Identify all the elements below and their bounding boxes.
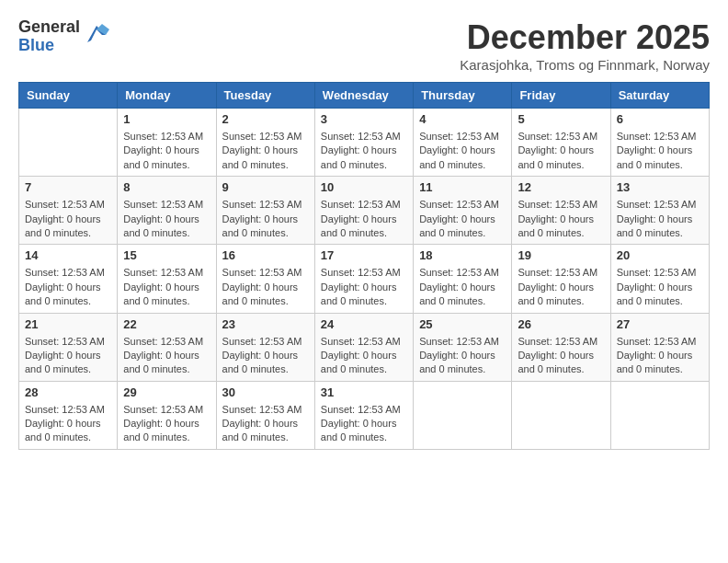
day-info: Sunset: 12:53 AMDaylight: 0 hours and 0 … <box>419 266 506 308</box>
day-info: Sunset: 12:53 AMDaylight: 0 hours and 0 … <box>25 198 111 240</box>
day-number: 21 <box>25 317 111 331</box>
header-day-saturday: Saturday <box>610 83 709 109</box>
calendar-cell: 31Sunset: 12:53 AMDaylight: 0 hours and … <box>314 381 413 449</box>
header-day-tuesday: Tuesday <box>216 83 314 109</box>
day-number: 31 <box>321 385 407 399</box>
day-number: 13 <box>617 180 703 194</box>
calendar-cell: 28Sunset: 12:53 AMDaylight: 0 hours and … <box>19 381 118 449</box>
day-number: 26 <box>518 317 604 331</box>
day-info: Sunset: 12:53 AMDaylight: 0 hours and 0 … <box>419 198 506 240</box>
day-number: 18 <box>419 248 506 262</box>
day-info: Sunset: 12:53 AMDaylight: 0 hours and 0 … <box>25 335 111 377</box>
calendar-week-2: 14Sunset: 12:53 AMDaylight: 0 hours and … <box>19 245 710 313</box>
calendar-cell: 4Sunset: 12:53 AMDaylight: 0 hours and 0… <box>414 109 512 177</box>
day-info: Sunset: 12:53 AMDaylight: 0 hours and 0 … <box>321 335 407 377</box>
day-info: Sunset: 12:53 AMDaylight: 0 hours and 0 … <box>321 130 407 172</box>
calendar-cell: 17Sunset: 12:53 AMDaylight: 0 hours and … <box>314 245 413 313</box>
day-info: Sunset: 12:53 AMDaylight: 0 hours and 0 … <box>123 335 210 377</box>
calendar-cell: 26Sunset: 12:53 AMDaylight: 0 hours and … <box>512 313 610 381</box>
day-number: 6 <box>617 112 703 126</box>
calendar-week-1: 7Sunset: 12:53 AMDaylight: 0 hours and 0… <box>19 177 710 245</box>
calendar-cell: 30Sunset: 12:53 AMDaylight: 0 hours and … <box>216 381 314 449</box>
calendar-cell: 16Sunset: 12:53 AMDaylight: 0 hours and … <box>216 245 314 313</box>
day-number: 22 <box>123 317 210 331</box>
day-number: 12 <box>518 180 604 194</box>
calendar-cell <box>512 381 610 449</box>
day-number: 23 <box>222 317 309 331</box>
subtitle: Karasjohka, Troms og Finnmark, Norway <box>460 57 710 73</box>
day-number: 30 <box>222 385 309 399</box>
day-number: 8 <box>123 180 210 194</box>
logo: General Blue <box>18 18 109 55</box>
calendar-cell: 8Sunset: 12:53 AMDaylight: 0 hours and 0… <box>118 177 216 245</box>
calendar-table: SundayMondayTuesdayWednesdayThursdayFrid… <box>18 82 710 450</box>
day-number: 14 <box>25 248 111 262</box>
logo-blue-text: Blue <box>18 37 80 55</box>
day-info: Sunset: 12:53 AMDaylight: 0 hours and 0 … <box>222 335 309 377</box>
title-area: December 2025 Karasjohka, Troms og Finnm… <box>460 18 710 73</box>
day-info: Sunset: 12:53 AMDaylight: 0 hours and 0 … <box>617 266 703 308</box>
header: General Blue December 2025 Karasjohka, T… <box>18 18 710 73</box>
day-info: Sunset: 12:53 AMDaylight: 0 hours and 0 … <box>321 266 407 308</box>
header-day-sunday: Sunday <box>19 83 118 109</box>
header-day-friday: Friday <box>512 83 610 109</box>
header-day-wednesday: Wednesday <box>314 83 413 109</box>
day-info: Sunset: 12:53 AMDaylight: 0 hours and 0 … <box>617 198 703 240</box>
day-number: 7 <box>25 180 111 194</box>
day-info: Sunset: 12:53 AMDaylight: 0 hours and 0 … <box>123 266 210 308</box>
day-info: Sunset: 12:53 AMDaylight: 0 hours and 0 … <box>321 403 407 445</box>
calendar-cell: 19Sunset: 12:53 AMDaylight: 0 hours and … <box>512 245 610 313</box>
calendar-cell: 27Sunset: 12:53 AMDaylight: 0 hours and … <box>610 313 709 381</box>
day-number: 1 <box>123 112 210 126</box>
day-info: Sunset: 12:53 AMDaylight: 0 hours and 0 … <box>617 335 703 377</box>
day-info: Sunset: 12:53 AMDaylight: 0 hours and 0 … <box>123 403 210 445</box>
calendar-cell: 7Sunset: 12:53 AMDaylight: 0 hours and 0… <box>19 177 118 245</box>
day-info: Sunset: 12:53 AMDaylight: 0 hours and 0 … <box>222 266 309 308</box>
calendar-cell: 14Sunset: 12:53 AMDaylight: 0 hours and … <box>19 245 118 313</box>
day-info: Sunset: 12:53 AMDaylight: 0 hours and 0 … <box>518 130 604 172</box>
calendar-cell: 25Sunset: 12:53 AMDaylight: 0 hours and … <box>414 313 512 381</box>
calendar-week-3: 21Sunset: 12:53 AMDaylight: 0 hours and … <box>19 313 710 381</box>
day-number: 24 <box>321 317 407 331</box>
day-number: 15 <box>123 248 210 262</box>
day-number: 11 <box>419 180 506 194</box>
calendar-header: SundayMondayTuesdayWednesdayThursdayFrid… <box>19 83 710 109</box>
calendar-cell: 1Sunset: 12:53 AMDaylight: 0 hours and 0… <box>118 109 216 177</box>
day-number: 20 <box>617 248 703 262</box>
day-number: 9 <box>222 180 309 194</box>
calendar-cell <box>414 381 512 449</box>
header-day-monday: Monday <box>118 83 216 109</box>
day-info: Sunset: 12:53 AMDaylight: 0 hours and 0 … <box>222 130 309 172</box>
day-number: 29 <box>123 385 210 399</box>
header-row: SundayMondayTuesdayWednesdayThursdayFrid… <box>19 83 710 109</box>
calendar-cell: 20Sunset: 12:53 AMDaylight: 0 hours and … <box>610 245 709 313</box>
day-number: 10 <box>321 180 407 194</box>
day-info: Sunset: 12:53 AMDaylight: 0 hours and 0 … <box>518 266 604 308</box>
calendar-week-4: 28Sunset: 12:53 AMDaylight: 0 hours and … <box>19 381 710 449</box>
calendar-body: 1Sunset: 12:53 AMDaylight: 0 hours and 0… <box>19 109 710 450</box>
day-number: 16 <box>222 248 309 262</box>
calendar-cell: 11Sunset: 12:53 AMDaylight: 0 hours and … <box>414 177 512 245</box>
day-number: 27 <box>617 317 703 331</box>
calendar-week-0: 1Sunset: 12:53 AMDaylight: 0 hours and 0… <box>19 109 710 177</box>
day-number: 2 <box>222 112 309 126</box>
day-number: 28 <box>25 385 111 399</box>
logo-icon <box>84 20 109 46</box>
day-info: Sunset: 12:53 AMDaylight: 0 hours and 0 … <box>25 266 111 308</box>
logo-general-text: General <box>18 18 80 37</box>
day-info: Sunset: 12:53 AMDaylight: 0 hours and 0 … <box>518 198 604 240</box>
day-info: Sunset: 12:53 AMDaylight: 0 hours and 0 … <box>419 335 506 377</box>
calendar-cell: 23Sunset: 12:53 AMDaylight: 0 hours and … <box>216 313 314 381</box>
calendar-cell: 24Sunset: 12:53 AMDaylight: 0 hours and … <box>314 313 413 381</box>
day-number: 4 <box>419 112 506 126</box>
calendar-cell: 9Sunset: 12:53 AMDaylight: 0 hours and 0… <box>216 177 314 245</box>
day-number: 5 <box>518 112 604 126</box>
calendar-cell: 22Sunset: 12:53 AMDaylight: 0 hours and … <box>118 313 216 381</box>
calendar-cell <box>610 381 709 449</box>
calendar-cell <box>19 109 118 177</box>
calendar-cell: 6Sunset: 12:53 AMDaylight: 0 hours and 0… <box>610 109 709 177</box>
day-info: Sunset: 12:53 AMDaylight: 0 hours and 0 … <box>419 130 506 172</box>
day-number: 17 <box>321 248 407 262</box>
calendar-cell: 18Sunset: 12:53 AMDaylight: 0 hours and … <box>414 245 512 313</box>
month-title: December 2025 <box>460 18 710 57</box>
